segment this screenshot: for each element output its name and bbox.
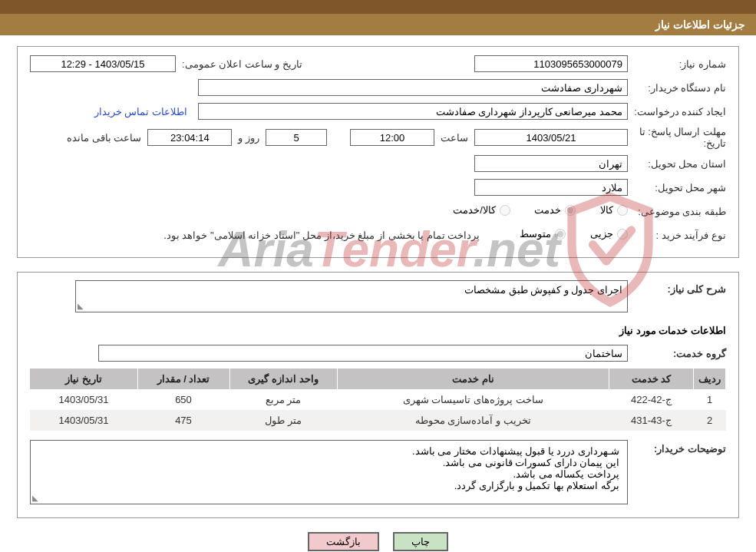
label-day-and: روز و [238,132,259,144]
th-name: نام خدمت [337,369,609,389]
radio-medium[interactable]: متوسط [520,228,566,240]
cell-idx: 2 [694,410,726,431]
cell-date: 1403/05/31 [30,410,137,431]
details-panel: شرح کلی نیاز: اجرای جدول و کفپوش طبق مشخ… [17,272,739,518]
note-line: پرداخت یکساله می باشد. [38,468,619,480]
label-category: طبقه بندی موضوعی: [628,206,726,217]
label-hours-remain: ساعت باقی مانده [67,132,141,144]
field-requester: محمد میرصانعی کارپرداز شهرداری صفادشت [198,103,628,120]
button-bar: چاپ بازگشت [17,532,739,551]
resize-handle-icon: ◣ [78,302,84,310]
label-need-no: شماره نیاز: [628,58,726,70]
radio-service-label: خدمت [534,204,561,216]
radio-small-label: جزیی [590,228,613,240]
services-info-heading: اطلاعات خدمات مورد نیاز [30,325,726,336]
label-time-word: ساعت [441,132,468,144]
cell-code: ج-42-422 [609,389,694,410]
radio-goods-label: کالا [600,204,613,216]
label-buyer-org: نام دستگاه خریدار: [628,82,726,94]
print-button[interactable]: چاپ [393,532,448,551]
field-announce-dt: 1403/05/15 - 12:29 [30,55,176,72]
table-row: 1ج-42-422ساخت پروژه‌های تاسیسات شهریمتر … [30,389,726,410]
field-city: ملارد [474,179,628,196]
cell-name: ساخت پروژه‌های تاسیسات شهری [337,389,609,410]
content-area: شماره نیاز: 1103095653000079 تاریخ و ساع… [0,35,756,552]
label-overall-desc: شرح کلی نیاز: [628,280,726,295]
label-buyer-notes: توضیحات خریدار: [628,440,726,454]
th-code: کد خدمت [609,369,694,389]
label-city: شهر محل تحویل: [628,182,726,193]
radio-small[interactable]: جزیی [590,228,628,240]
back-button[interactable]: بازگشت [308,532,379,551]
note-line: این پیمان دارای کسورات قانونی می باشد. [38,457,619,468]
overall-desc-box[interactable]: اجرای جدول و کفپوش طبق مشخصات ◣ [75,280,628,312]
label-deadline: مهلت ارسال پاسخ: تا تاریخ: [628,126,726,149]
cell-qty: 475 [137,410,229,431]
table-row: 2ج-43-431تخریب و آماده‌سازی محوطهمتر طول… [30,410,726,431]
radio-goods[interactable]: کالا [600,204,628,216]
cell-qty: 650 [137,389,229,410]
cell-unit: متر مربع [229,389,337,410]
cell-idx: 1 [694,389,726,410]
note-line: شـهرداری دررد یا قبول پیشنهادات مختار می… [38,445,619,457]
radio-service[interactable]: خدمت [534,204,576,216]
buyer-notes-box[interactable]: شـهرداری دررد یا قبول پیشنهادات مختار می… [30,440,628,504]
top-stripe [0,0,756,14]
purchase-type-radios: جزیی متوسط [498,228,628,242]
buyer-contact-link[interactable]: اطلاعات تماس خریدار [94,106,187,117]
field-province: تهران [474,155,628,172]
field-days-left: 5 [266,129,327,146]
label-purchase-type: نوع فرآیند خرید : [628,230,726,241]
page-title: جزئیات اطلاعات نیاز [0,14,756,35]
field-buyer-org: شهرداری صفادشت [198,79,628,96]
resize-handle-icon: ◣ [32,494,38,502]
cell-code: ج-43-431 [609,410,694,431]
cell-unit: متر طول [229,410,337,431]
field-service-group: ساختمان [98,345,628,362]
label-service-group: گروه خدمت: [628,348,726,359]
field-deadline-time: 12:00 [350,129,434,146]
radio-medium-label: متوسط [520,228,551,240]
label-requester: ایجاد کننده درخواست: [628,106,726,117]
info-panel: شماره نیاز: 1103095653000079 تاریخ و ساع… [17,46,739,258]
cell-date: 1403/05/31 [30,389,137,410]
th-idx: ردیف [694,369,726,389]
category-radios: کالا خدمت کالا/خدمت [431,204,628,218]
th-qty: تعداد / مقدار [137,369,229,389]
field-countdown: 23:04:14 [147,129,232,146]
radio-both-label: کالا/خدمت [453,204,496,216]
radio-both[interactable]: کالا/خدمت [453,204,510,216]
th-unit: واحد اندازه گیری [229,369,337,389]
label-province: استان محل تحویل: [628,158,726,170]
services-table: ردیف کد خدمت نام خدمت واحد اندازه گیری ت… [30,369,726,431]
label-announce-dt: تاریخ و ساعت اعلان عمومی: [182,58,302,70]
payment-note: پرداخت تمام یا بخشی از مبلغ خرید،از محل … [163,230,480,241]
th-date: تاریخ نیاز [30,369,137,389]
note-line: برگه استعلام بها تکمیل و بارگزاری گردد. [38,480,619,491]
cell-name: تخریب و آماده‌سازی محوطه [337,410,609,431]
field-deadline-date: 1403/05/21 [474,129,628,146]
overall-desc-text: اجرای جدول و کفپوش طبق مشخصات [464,284,622,296]
field-need-no: 1103095653000079 [474,55,628,72]
